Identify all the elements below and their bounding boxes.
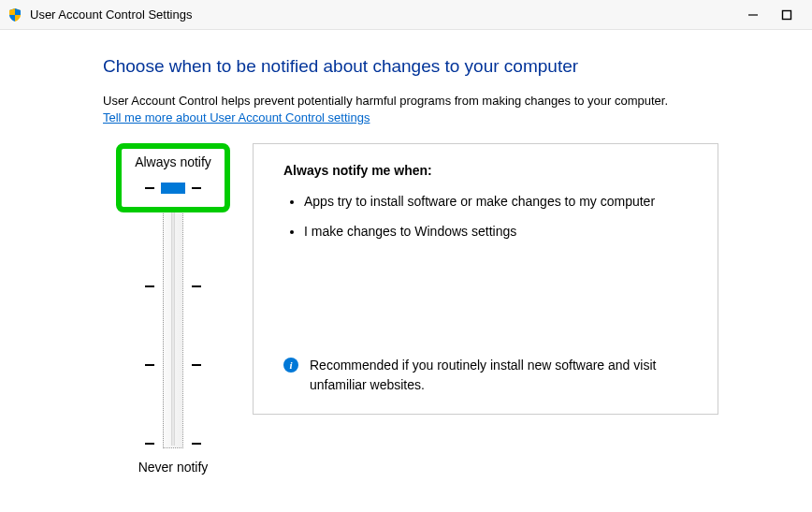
- minimize-button[interactable]: [747, 8, 760, 22]
- page-heading: Choose when to be notified about changes…: [103, 56, 718, 77]
- maximize-button[interactable]: [780, 8, 793, 22]
- slider-label-bottom: Never notify: [138, 460, 209, 475]
- description-panel: Always notify me when: Apps try to insta…: [253, 143, 718, 415]
- window-controls: [747, 8, 805, 22]
- titlebar: User Account Control Settings: [0, 0, 812, 30]
- slider-label-top: Always notify: [135, 154, 211, 169]
- description-bullet: Apps try to install software or make cha…: [304, 191, 695, 212]
- svg-rect-1: [783, 10, 791, 19]
- slider-thumb[interactable]: [161, 183, 185, 194]
- highlight-box: Always notify: [116, 143, 230, 212]
- slider-column: Always notify Never notify: [103, 143, 243, 475]
- recommendation-text: Recommended if you routinely install new…: [310, 356, 695, 395]
- shield-icon: [7, 7, 22, 22]
- description-title: Always notify me when:: [283, 163, 695, 178]
- slider-tick: [145, 187, 154, 189]
- window-title: User Account Control Settings: [30, 7, 747, 22]
- info-icon: i: [283, 358, 298, 373]
- main-area: Always notify Never notify Always notify…: [103, 143, 718, 475]
- slider-tick: [145, 443, 201, 445]
- slider-track[interactable]: [145, 205, 201, 448]
- slider-tick: [145, 364, 201, 366]
- recommendation-row: i Recommended if you routinely install n…: [283, 356, 695, 395]
- slider-tick: [192, 187, 201, 189]
- description-bullet: I make changes to Windows settings: [304, 221, 695, 241]
- description-list: Apps try to install software or make cha…: [283, 191, 695, 252]
- content-area: Choose when to be notified about changes…: [0, 30, 812, 475]
- page-subtext: User Account Control helps prevent poten…: [103, 94, 718, 108]
- slider-groove: [163, 205, 183, 448]
- slider-tick: [145, 285, 201, 287]
- learn-more-link[interactable]: Tell me more about User Account Control …: [103, 110, 370, 124]
